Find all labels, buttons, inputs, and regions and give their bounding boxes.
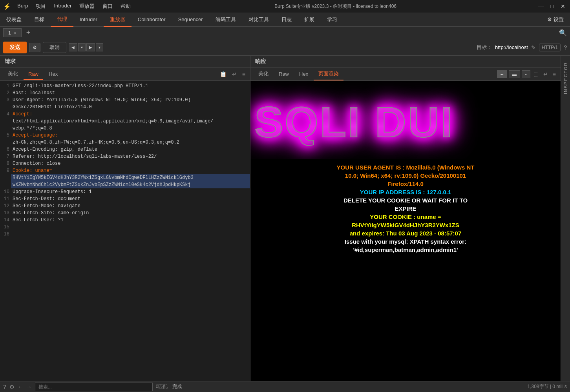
nav-extensions[interactable]: 扩展 [298, 13, 321, 27]
nav-compare[interactable]: 对比工具 [242, 13, 275, 27]
request-code-area[interactable]: 1 GET /sqli-labs-master/Less-22/index.ph… [0, 81, 250, 381]
bottom-help-icon[interactable]: ? [3, 384, 6, 390]
line-num-3b [0, 104, 11, 111]
line-content-2: Host: localhost [11, 89, 250, 97]
prev-down-button[interactable]: ▾ [78, 43, 86, 51]
line-num-5: 5 [0, 132, 11, 139]
tab-add-button[interactable]: + [23, 29, 34, 37]
response-tab-hex[interactable]: Hex [294, 69, 313, 80]
nav-encoder[interactable]: 编码工具 [209, 13, 242, 27]
code-line-16: 16 [0, 231, 250, 238]
code-line-9b: RHVtYiIgYW5kIGV4dHJhY3R2YWx1ZSgxLGNvbmNh… [0, 174, 250, 181]
code-line-4c: webp,*/*;q=0.8 [0, 125, 250, 132]
line-num-13: 13 [0, 210, 11, 217]
inspector-label: INSPECTOR [563, 62, 568, 94]
nav-dashboard[interactable]: 仪表盘 [0, 13, 28, 27]
help-icon[interactable]: ? [564, 44, 567, 51]
line-content-4c: webp,*/*;q=0.8 [11, 125, 250, 132]
nav-repeater[interactable]: 重放器 [104, 13, 132, 27]
line-num-11: 11 [0, 195, 11, 202]
code-line-5b: zh-CN,zh;q=0.8,zh-TW;q=0.7,zh-HK;q=0.5,e… [0, 139, 250, 146]
code-line-11: 11 Sec-Fetch-Dest: document [0, 195, 250, 202]
close-button[interactable]: ✕ [559, 3, 567, 9]
bottom-forward-icon[interactable]: → [26, 384, 32, 390]
line-num-1: 1 [0, 82, 11, 89]
send-button[interactable]: 发送 [3, 42, 27, 53]
line-num-3: 3 [0, 97, 11, 104]
target-url: http://localhost [495, 44, 528, 50]
request-tab-hex[interactable]: Hex [44, 69, 62, 80]
sqli-title-area: SQLI DUI [250, 81, 561, 159]
nav-learn[interactable]: 学习 [321, 13, 343, 27]
line-content-9c: wXZNvbmNhdChlc2VybmFtZSxkZnJvbEpSZzZWN1c… [11, 181, 250, 188]
menu-burp[interactable]: Burp [14, 1, 31, 11]
menu-project[interactable]: 项目 [33, 1, 49, 11]
code-line-9: 9 Cookie: uname= [0, 167, 250, 174]
cancel-button[interactable]: 取消 [43, 42, 66, 53]
response-newline-icon[interactable]: ↵ [542, 70, 550, 78]
view-split-button[interactable]: ▪▪ [497, 70, 507, 78]
menu-bar: Burp 项目 Intruder 重放器 窗口 帮助 [14, 1, 134, 11]
line-num-4: 4 [0, 111, 11, 118]
maximize-button[interactable]: □ [548, 3, 556, 9]
response-copy-icon[interactable]: ⬚ [532, 70, 540, 78]
line-content-8: Connection: close [11, 160, 250, 167]
menu-help[interactable]: 帮助 [117, 1, 134, 11]
response-tab-beautify[interactable]: 美化 [254, 68, 273, 80]
code-line-15: 15 [0, 224, 250, 231]
menu-icon[interactable]: ≡ [241, 70, 247, 78]
request-tab-icons: 📋 ↵ ≡ [218, 70, 247, 78]
send-settings-icon[interactable]: ⚙ [29, 43, 40, 52]
tab-close-icon[interactable]: ✕ [13, 31, 16, 35]
search-input[interactable] [35, 383, 153, 391]
prev-button[interactable]: ◀ [69, 43, 77, 51]
mysql-error-line1: Issue with your mysql: XPATH syntax erro… [255, 238, 556, 245]
code-line-3: 3 User-Agent: Mozilla/5.0 (Windows NT 10… [0, 97, 250, 104]
minimize-button[interactable]: — [537, 3, 545, 9]
inspector-panel: INSPECTOR [561, 56, 570, 381]
nav-settings[interactable]: ⚙ 设置 [541, 13, 570, 27]
bottom-settings-icon[interactable]: ⚙ [9, 384, 15, 390]
line-content-5: Accept-Language: [11, 132, 250, 139]
delete-cookie-line2: EXPIRE [255, 205, 556, 212]
line-num-5b [0, 139, 11, 146]
next-down-button[interactable]: ▾ [96, 43, 103, 51]
line-content-4: Accept: [11, 111, 250, 118]
line-num-4b [0, 118, 11, 125]
nav-target[interactable]: 目标 [28, 13, 51, 27]
http-version-selector[interactable]: HTTP/1 [539, 44, 561, 51]
response-panel: 响应 美化 Raw Hex 页面渲染 ▪▪ ▬ ▪ ⬚ ↵ ≡ SQLI DUI [250, 56, 561, 381]
code-line-9c: wXZNvbmNhdChlc2VybmFtZSxkZnJvbEpSZzZWN1c… [0, 181, 250, 188]
view-horizontal-button[interactable]: ▬ [509, 70, 520, 78]
bottom-back-icon[interactable]: ← [18, 384, 23, 390]
request-tab-raw[interactable]: Raw [24, 69, 43, 80]
response-tab-render[interactable]: 页面渲染 [314, 68, 343, 80]
nav-logger[interactable]: 日志 [275, 13, 298, 27]
menu-repeater[interactable]: 重放器 [76, 1, 98, 11]
toolbar-right: 目标： http://localhost ✎ HTTP/1 ? [477, 44, 567, 51]
copy-icon[interactable]: 📋 [218, 70, 228, 78]
nav-sequencer[interactable]: Sequencer [172, 13, 209, 27]
menu-window[interactable]: 窗口 [99, 1, 116, 11]
target-edit-icon[interactable]: ✎ [531, 44, 536, 51]
sqli-dumb-title: SQLI DUI [250, 100, 454, 144]
tab-search-icon[interactable]: 🔍 [559, 29, 567, 36]
response-header: 响应 [250, 56, 561, 68]
code-line-1: 1 GET /sqli-labs-master/Less-22/index.ph… [0, 82, 250, 89]
line-num-9b [0, 174, 11, 181]
view-single-button[interactable]: ▪ [522, 70, 530, 78]
response-tab-raw[interactable]: Raw [274, 69, 294, 80]
nav-intruder[interactable]: Intruder [73, 13, 104, 27]
nav-collaborator[interactable]: Collaborator [132, 13, 172, 27]
tab-1[interactable]: 1 ✕ [3, 28, 22, 37]
response-menu-icon[interactable]: ≡ [551, 70, 557, 78]
nav-proxy[interactable]: 代理 [51, 13, 73, 27]
newline-icon[interactable]: ↵ [230, 70, 238, 78]
line-content-7: Referer: http://localhost/sqli-labs-mast… [11, 153, 250, 160]
code-line-3b: Gecko/20100101 Firefox/114.0 [0, 104, 250, 111]
line-content-14: Sec-Fetch-User: ?1 [11, 217, 250, 224]
request-tab-beautify[interactable]: 美化 [3, 68, 23, 80]
menu-intruder[interactable]: Intruder [51, 1, 75, 11]
next-button[interactable]: ▶ [86, 43, 95, 51]
line-num-6: 6 [0, 146, 11, 153]
